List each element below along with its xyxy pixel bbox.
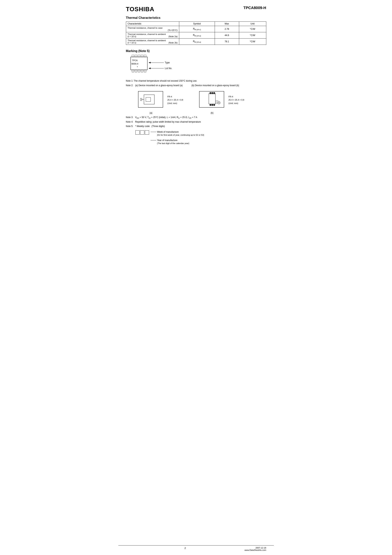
svg-text:Year of manufacture: Year of manufacture bbox=[157, 139, 178, 142]
board-b-item: (b) FR-425.4 × 25.4 × 0.8(Unit: mm) bbox=[198, 89, 244, 114]
board-a-label: (a) bbox=[137, 112, 165, 114]
svg-text:Lot No.: Lot No. bbox=[165, 67, 172, 70]
thermal-table: Characteristic Symbol Max Unit Thermal r… bbox=[126, 22, 266, 45]
svg-rect-10 bbox=[135, 70, 137, 72]
svg-text:Type: Type bbox=[165, 61, 170, 64]
board-b-label: (b) bbox=[198, 112, 226, 114]
note2-label-line: Note 2: (a) Device mounted on a glass-ep… bbox=[126, 83, 266, 87]
table-row: Thermal resistance, channel to ambient (… bbox=[126, 32, 266, 38]
unit-cell-3: °C/W bbox=[239, 38, 266, 45]
marking-labels-diagram: Type Lot No. bbox=[149, 55, 190, 76]
svg-text:(01 for first week of year, co: (01 for first week of year, continuing u… bbox=[157, 134, 204, 136]
svg-rect-2 bbox=[138, 55, 140, 57]
svg-text:8009-H: 8009-H bbox=[131, 63, 138, 65]
marking-section: Marking (Note 5) TPCA 8009-H * bbox=[126, 49, 266, 76]
svg-text:Week of manufacture: Week of manufacture bbox=[157, 131, 179, 133]
marking-section-title: Marking (Note 5) bbox=[126, 49, 266, 53]
digit-box-3 bbox=[145, 130, 149, 135]
char-cell-2: Thermal resistance, channel to ambient (… bbox=[126, 32, 179, 38]
svg-rect-4 bbox=[144, 55, 146, 57]
svg-point-34 bbox=[219, 102, 219, 103]
max-cell-3: 78.1 bbox=[215, 38, 239, 45]
svg-rect-26 bbox=[209, 94, 215, 104]
svg-rect-13 bbox=[144, 70, 146, 72]
svg-rect-27 bbox=[210, 92, 211, 94]
table-row: Thermal resistance, channel to case (Tc=… bbox=[126, 26, 266, 32]
board-a-item: (a) FR-425.4 × 25.4 × 0.8(Unit: mm) bbox=[137, 89, 183, 114]
note1-line: Note 1: The channel temperature should n… bbox=[126, 79, 266, 83]
svg-text:*: * bbox=[137, 66, 138, 68]
ic-package-diagram: TPCA 8009-H * bbox=[130, 55, 149, 76]
board-a-spec: FR-425.4 × 25.4 × 0.8(Unit: mm) bbox=[167, 95, 183, 105]
board-b-diagram bbox=[198, 89, 226, 110]
symbol-cell-2: Rth (ch-a) bbox=[179, 32, 215, 38]
thermal-section-title: Thermal Characteristics bbox=[126, 16, 266, 20]
digit-box-1 bbox=[135, 130, 140, 135]
svg-rect-22 bbox=[146, 97, 150, 102]
board-a-diagram bbox=[137, 89, 165, 110]
max-cell-1: 2.78 bbox=[215, 26, 239, 32]
svg-rect-21 bbox=[144, 95, 154, 104]
svg-rect-31 bbox=[212, 104, 213, 106]
svg-rect-1 bbox=[135, 55, 137, 57]
svg-rect-12 bbox=[141, 70, 143, 72]
note3-line: Note 3: VDD = 50 V, Tch = 25°C (initial)… bbox=[126, 115, 266, 120]
col-header-max: Max bbox=[215, 22, 239, 26]
svg-marker-18 bbox=[149, 68, 150, 69]
notes-3-5: Note 3: VDD = 50 V, Tch = 25°C (initial)… bbox=[126, 115, 266, 128]
table-row: Thermal resistance, channel to ambient (… bbox=[126, 38, 266, 45]
svg-rect-11 bbox=[138, 70, 140, 72]
col-header-characteristic: Characteristic bbox=[126, 22, 179, 26]
svg-rect-9 bbox=[132, 70, 134, 72]
svg-text:(The last digit of the calenda: (The last digit of the calendar year) bbox=[157, 142, 189, 145]
svg-rect-30 bbox=[210, 104, 211, 106]
board-diagrams-row: (a) FR-425.4 × 25.4 × 0.8(Unit: mm) bbox=[137, 89, 266, 114]
svg-text:TPCA: TPCA bbox=[132, 59, 138, 61]
svg-rect-0 bbox=[132, 55, 134, 57]
weekly-code-section: Week of manufacture (01 for first week o… bbox=[130, 130, 266, 146]
part-number: TPCA8009-H bbox=[243, 6, 266, 10]
char-cell-3: Thermal resistance, channel to ambient (… bbox=[126, 38, 179, 45]
max-cell-2: 44.6 bbox=[215, 32, 239, 38]
col-header-symbol: Symbol bbox=[179, 22, 215, 26]
svg-rect-32 bbox=[214, 104, 215, 106]
note4-line: Note 4: Repetitive rating: pulse width l… bbox=[126, 120, 266, 124]
board-b-spec: FR-425.4 × 25.4 × 0.8(Unit: mm) bbox=[228, 95, 244, 105]
note5-line: Note 5: * Weekly code: (Three digits) bbox=[126, 124, 266, 128]
col-header-unit: Unit bbox=[239, 22, 266, 26]
unit-cell-2: °C/W bbox=[239, 32, 266, 38]
symbol-cell-3: Rth (ch-a) bbox=[179, 38, 215, 45]
svg-marker-15 bbox=[149, 62, 150, 63]
notes-section: Note 1: The channel temperature should n… bbox=[126, 79, 266, 88]
unit-cell-1: °C/W bbox=[239, 26, 266, 32]
logo: TOSHIBA bbox=[126, 6, 154, 13]
svg-rect-28 bbox=[212, 92, 213, 94]
char-cell-1: Thermal resistance, channel to case (Tc=… bbox=[126, 26, 179, 32]
svg-rect-3 bbox=[141, 55, 143, 57]
digit-boxes bbox=[135, 130, 149, 135]
symbol-cell-1: Rth (ch-c) bbox=[179, 26, 215, 32]
page-header: TOSHIBA TPCA8009-H bbox=[126, 6, 266, 13]
svg-rect-29 bbox=[214, 92, 215, 94]
weekly-code-labels: Week of manufacture (01 for first week o… bbox=[150, 129, 230, 146]
digit-box-2 bbox=[140, 130, 144, 135]
